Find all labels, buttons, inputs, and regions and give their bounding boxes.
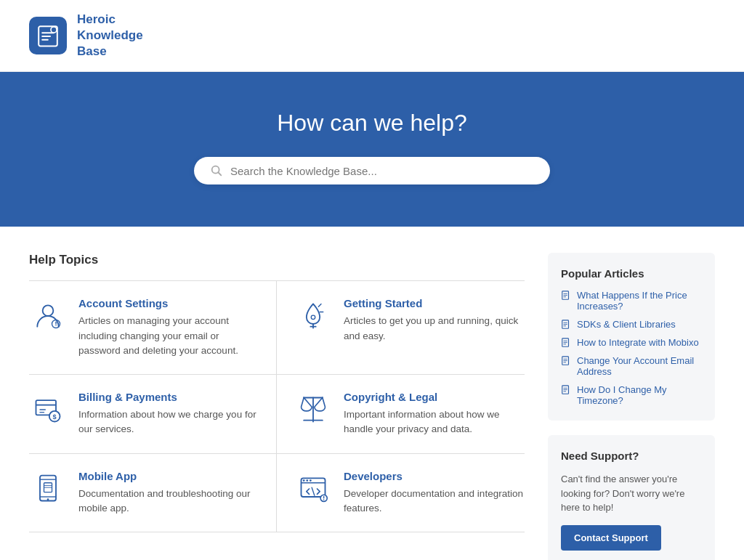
article-link-1[interactable]: SDKs & Client Libraries: [561, 319, 702, 330]
hero-title: How can we help?: [15, 110, 729, 137]
svg-point-10: [55, 325, 56, 325]
brand-name: Heroic Knowledge Base: [77, 12, 143, 60]
mobile-title: Mobile App: [78, 470, 259, 482]
billing-text: Billing & Payments Information about how…: [78, 391, 259, 437]
document-icon-4: [561, 385, 571, 395]
account-settings-text: Account Settings Articles on managing yo…: [78, 297, 259, 358]
hero-section: How can we help?: [0, 72, 744, 227]
svg-text:$: $: [53, 413, 57, 421]
support-description: Can't find the answer you're looking for…: [561, 472, 702, 515]
main-content: Help Topics Account Settings Articles on: [0, 227, 744, 560]
article-link-0[interactable]: What Happens If the Price Increases?: [561, 290, 702, 312]
billing-icon: $: [29, 391, 67, 429]
topics-grid: Account Settings Articles on managing yo…: [29, 281, 525, 532]
developers-desc: Developer documentation and integration …: [344, 487, 525, 516]
search-bar: [194, 157, 550, 184]
svg-line-36: [312, 487, 315, 495]
svg-point-4: [51, 27, 57, 33]
popular-articles-title: Popular Articles: [561, 267, 702, 280]
svg-rect-31: [302, 478, 326, 497]
svg-rect-2: [41, 36, 51, 37]
svg-point-33: [303, 479, 305, 482]
getting-started-title: Getting Started: [344, 297, 525, 309]
getting-started-desc: Articles to get you up and running, quic…: [344, 314, 525, 344]
billing-title: Billing & Payments: [78, 391, 259, 403]
search-icon: [210, 164, 223, 177]
svg-point-27: [47, 498, 49, 500]
developers-text: Developers Developer documentation and i…: [344, 470, 525, 516]
svg-point-7: [43, 306, 54, 317]
topic-developers[interactable]: Developers Developer documentation and i…: [277, 454, 525, 533]
svg-line-14: [318, 304, 321, 307]
svg-line-6: [218, 173, 221, 176]
sidebar: Popular Articles What Happens If the Pri…: [548, 253, 715, 560]
popular-articles-card: Popular Articles What Happens If the Pri…: [548, 253, 715, 421]
mobile-desc: Documentation and troubleshooting our mo…: [78, 487, 259, 516]
account-settings-desc: Articles on managing your account includ…: [78, 314, 259, 358]
developers-title: Developers: [344, 470, 525, 482]
topic-getting-started[interactable]: Getting Started Articles to get you up a…: [277, 281, 525, 375]
account-settings-icon: [29, 297, 67, 335]
developers-icon: [294, 470, 332, 508]
mobile-icon: [29, 470, 67, 508]
document-icon-3: [561, 356, 571, 366]
topic-billing[interactable]: $ Billing & Payments Information about h…: [29, 375, 277, 454]
document-icon-2: [561, 338, 571, 348]
billing-desc: Information about how we charge you for …: [78, 407, 259, 437]
help-topics-section: Help Topics Account Settings Articles on: [29, 253, 525, 560]
need-support-card: Need Support? Can't find the answer you'…: [548, 435, 715, 560]
legal-icon: [294, 391, 332, 429]
need-support-title: Need Support?: [561, 450, 702, 462]
article-link-4[interactable]: How Do I Change My Timezone?: [561, 384, 702, 406]
legal-text: Copyright & Legal Important information …: [344, 391, 525, 437]
svg-rect-3: [41, 39, 49, 41]
legal-desc: Important information about how we handl…: [344, 407, 525, 437]
svg-point-34: [306, 479, 308, 482]
svg-point-39: [323, 498, 324, 499]
search-input[interactable]: [230, 165, 534, 177]
contact-support-button[interactable]: Contact Support: [561, 525, 661, 551]
svg-point-13: [311, 315, 315, 320]
topic-account-settings[interactable]: Account Settings Articles on managing yo…: [29, 281, 277, 375]
account-settings-title: Account Settings: [78, 297, 259, 309]
logo-icon: [29, 17, 67, 54]
topic-legal[interactable]: Copyright & Legal Important information …: [277, 375, 525, 454]
article-link-2[interactable]: How to Integrate with Mobixo: [561, 337, 702, 348]
topic-mobile[interactable]: Mobile App Documentation and troubleshoo…: [29, 454, 277, 533]
getting-started-text: Getting Started Articles to get you up a…: [344, 297, 525, 344]
site-header: Heroic Knowledge Base: [0, 0, 744, 72]
document-icon-1: [561, 320, 571, 330]
document-icon-0: [561, 291, 571, 301]
mobile-text: Mobile App Documentation and troubleshoo…: [78, 470, 259, 516]
svg-point-35: [310, 479, 312, 482]
article-link-3[interactable]: Change Your Account Email Address: [561, 355, 702, 377]
legal-title: Copyright & Legal: [344, 391, 525, 403]
help-topics-title: Help Topics: [29, 253, 525, 267]
getting-started-icon: [294, 297, 332, 335]
